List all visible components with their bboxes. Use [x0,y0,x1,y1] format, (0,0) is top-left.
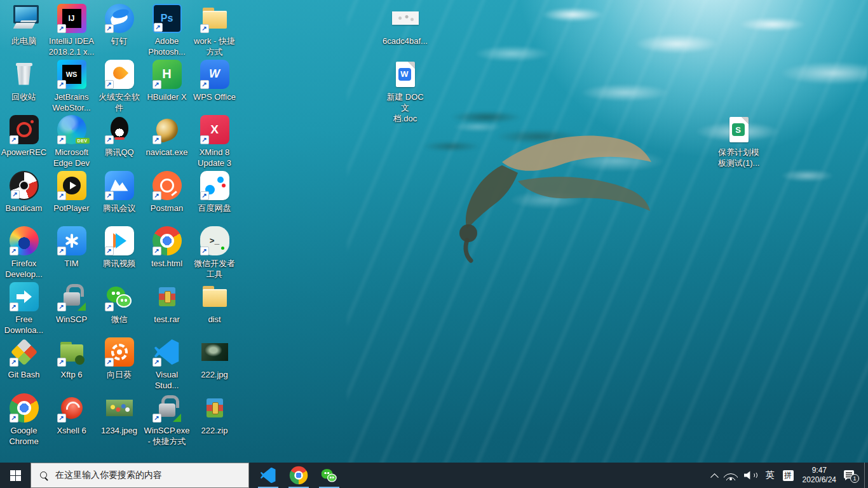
desktop-icon-tencent-qq[interactable]: 腾讯QQ [95,115,143,158]
desktop-icon-tim[interactable]: TIM [48,226,95,269]
recycle-bin-icon [10,60,39,89]
desktop-icon-git-bash[interactable]: Git Bash [0,337,48,380]
desktop-icon-xmind-8[interactable]: XXMind 8 Update 3 [191,115,238,168]
show-desktop-button[interactable] [864,463,868,488]
desktop-icon-label: dist [208,314,220,325]
wifi-icon [724,471,738,480]
desktop-icon-visual-studio[interactable]: Visual Stud... [143,337,191,391]
desktop-icon-sunflower[interactable]: 向日葵 [95,337,143,380]
webstorm-icon: WS [57,60,86,89]
taskbar-app-vscode[interactable] [253,463,283,488]
taskbar-clock[interactable]: 9:47 2020/6/24 [797,466,841,485]
desktop-icon-apowerrec[interactable]: ApowerREC [0,115,48,158]
shortcut-arrow-icon [10,135,18,144]
desktop-icon-label: test.html [151,258,182,269]
desktop-icon-work-shortcut[interactable]: work - 快捷 方式 [191,4,238,57]
desktop-icon-intellij-idea[interactable]: IJIntelliJ IDEA 2018.2.1 x... [48,4,95,57]
desktop-icon-baidu-netdisk[interactable]: 百度网盘 [191,171,238,214]
desktop-icon-dingtalk[interactable]: 钉钉 [95,4,143,46]
desktop-icon-baoyang-xls[interactable]: S保养计划模 板测试(1)... [715,115,763,168]
desktop-icon-winscp-exe[interactable]: WinSCP.exe - 快捷方式 [143,393,191,447]
shortcut-arrow-icon [105,80,114,89]
huorong-icon [105,60,134,89]
winscp-icon [153,393,182,423]
shortcut-arrow-icon [200,135,209,144]
taskbar-app-wechat[interactable] [314,463,344,488]
desktop-icon-xftp-6[interactable]: Xftp 6 [48,337,95,380]
desktop-icon-label: work - 快捷 方式 [194,36,235,57]
fdm-icon [10,282,39,311]
desktop-icon-google-chrome[interactable]: Google Chrome [0,393,48,447]
desktop-icon-adobe-photoshop[interactable]: PsAdobe Photosh... [143,4,191,57]
clock-date: 2020/6/24 [803,475,836,485]
rar-icon [200,393,229,423]
desktop-icon-test-rar[interactable]: test.rar [143,282,191,325]
desktop-icon-navicat[interactable]: navicat.exe [143,115,191,158]
desktop-icon-winscp[interactable]: WinSCP [48,282,95,325]
wechat-devtools-icon: >_ [200,226,229,255]
desktop-icon-label: TIM [64,258,78,269]
action-center-button[interactable]: 1 [844,470,858,481]
desktop-icon-huorong-security[interactable]: 火绒安全软 件 [95,60,143,113]
desktop-icon-microsoft-edge-dev[interactable]: DEVMicrosoft Edge Dev [48,115,95,168]
shortcut-arrow-icon [153,80,161,89]
this-pc-icon [10,4,39,33]
shortcut-arrow-icon [153,358,161,367]
desktop-icon-this-pc[interactable]: 此电脑 [0,4,48,46]
tray-overflow-button[interactable] [709,463,721,488]
desktop-icon-222-jpg[interactable]: 222.jpg [191,337,238,380]
xmind-icon: X [200,115,229,144]
desktop-icon-new-doc[interactable]: W新建 DOC 文 档.doc [381,60,429,124]
desktop-icon-dist[interactable]: dist [191,282,238,325]
potplayer-icon [57,171,86,200]
desktop-icon-label: 1234.jpeg [101,425,137,436]
desktop-icon-wps-office[interactable]: WWPS Office [191,60,238,102]
volume-button[interactable] [741,463,761,488]
ime-indicator[interactable]: 拼 [783,470,794,481]
dev-badge: DEV [76,138,90,144]
desktop-icon-6cadc-image[interactable]: 6cadc4baf... [381,4,429,46]
folder-icon [200,4,229,33]
desktop-icon-recycle-bin[interactable]: 回收站 [0,60,48,102]
desktop-icon-label: 腾讯视频 [103,258,136,269]
desktop-icon-hbuilder-x[interactable]: HHBuilder X [143,60,191,102]
desktop-icon-label: 保养计划模 板测试(1)... [718,147,760,168]
intellij-icon: IJ [57,4,86,33]
desktop-icon-222-zip[interactable]: 222.zip [191,393,238,436]
desktop-icon-tencent-meeting[interactable]: 腾讯会议 [95,171,143,214]
desktop-icon-jetbrains-webstorm[interactable]: WSJetBrains WebStor... [48,60,95,113]
navicat-icon [153,115,182,144]
desktop-icon-test-html[interactable]: test.html [143,226,191,269]
desktop-icon-postman[interactable]: Postman [143,171,191,214]
tencent-video-icon [105,226,134,255]
language-indicator[interactable]: 英 [761,470,779,481]
sunflower-icon [105,337,134,367]
desktop-icon-wechat-devtools[interactable]: >_微信开发者 工具 [191,226,238,280]
desktop-icon-xshell-6[interactable]: Xshell 6 [48,393,95,436]
desktop-icon-label: Microsoft Edge Dev [53,147,90,168]
desktop-icon-label: Postman [151,203,183,214]
desktop-icon-bandicam[interactable]: Bandicam [0,171,48,214]
taskbar-app-chrome[interactable] [283,463,314,488]
desktop-icon-free-download[interactable]: Free Downloa... [0,282,48,336]
winscp-icon [57,282,86,311]
desktop-icon-label: navicat.exe [146,147,188,158]
shortcut-arrow-icon [57,414,66,423]
network-button[interactable] [721,463,741,488]
shortcut-arrow-icon [10,302,18,311]
desktop-icon-1234-jpeg[interactable]: 1234.jpeg [95,393,143,436]
desktop-icon-label: Xftp 6 [61,369,83,380]
start-button[interactable] [0,463,31,488]
desktop-icon-label: WinSCP [56,314,87,325]
shortcut-arrow-icon [10,414,18,423]
wps-icon: W [200,60,229,89]
desktop-icon-potplayer[interactable]: PotPlayer [48,171,95,214]
desktop-icon-firefox-developer[interactable]: Firefox Develop... [0,226,48,280]
desktop-icon-tencent-video[interactable]: 腾讯视频 [95,226,143,269]
chrome-icon [290,466,308,485]
taskbar-search-input[interactable]: 在这里输入你要搜索的内容 [31,463,249,488]
shortcut-arrow-icon [10,358,18,367]
git-bash-icon [10,337,39,367]
vscode-icon [259,466,278,485]
desktop-icon-wechat[interactable]: 微信 [95,282,143,325]
